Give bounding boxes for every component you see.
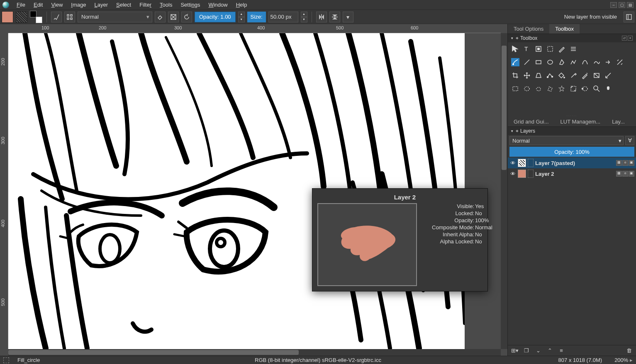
layer-state-icon[interactable] xyxy=(528,159,534,167)
perspective-tool-icon[interactable] xyxy=(534,71,543,80)
menu-tools[interactable]: Tools xyxy=(156,1,176,9)
layer-thumbnail[interactable] xyxy=(518,170,526,178)
dyna-brush-icon[interactable] xyxy=(604,58,612,66)
brush-size-input[interactable] xyxy=(268,12,298,22)
tab-toolbox[interactable]: Toolbox xyxy=(549,24,580,34)
brush-tool-icon[interactable] xyxy=(511,58,519,66)
menu-image[interactable]: Image xyxy=(67,1,90,9)
tab-tool-options[interactable]: Tool Options xyxy=(508,24,549,34)
maximize-button[interactable]: ▢ xyxy=(619,2,625,8)
ruler-horizontal[interactable]: 100 200 300 400 500 600 xyxy=(8,24,501,33)
rect-select-icon[interactable] xyxy=(511,85,519,93)
tab-layers-short[interactable]: Lay... xyxy=(606,117,631,126)
v-scroll-thumb[interactable] xyxy=(502,46,507,170)
delete-layer-button[interactable]: 🗑 xyxy=(625,347,633,354)
opacity-slider[interactable]: Opacity: 1.00 xyxy=(195,12,236,22)
calligraphy-icon[interactable] xyxy=(569,45,578,53)
move-tool-icon[interactable] xyxy=(511,45,519,53)
rectangle-tool-icon[interactable] xyxy=(534,58,543,66)
layer-state-icon[interactable] xyxy=(528,170,534,178)
minimize-button[interactable]: – xyxy=(610,2,617,8)
menu-window[interactable]: Window xyxy=(204,1,231,9)
menu-select[interactable]: Select xyxy=(112,1,135,9)
move-layer-up-button[interactable]: ⌃ xyxy=(546,347,553,354)
close-docker-icon[interactable]: × xyxy=(628,36,633,41)
layer-filter-button[interactable]: ∀ xyxy=(625,136,634,145)
selection-indicator-icon[interactable] xyxy=(3,357,9,363)
ruler-vertical[interactable]: 200 300 400 500 xyxy=(0,33,8,349)
menu-settings[interactable]: Settings xyxy=(176,1,204,9)
layer-lock-icons[interactable]: ▦α▣ xyxy=(616,171,634,177)
size-spinner[interactable]: ▲▼ xyxy=(301,12,307,22)
vertical-scrollbar[interactable] xyxy=(501,33,507,349)
similar-select-icon[interactable] xyxy=(569,85,578,93)
freehand-path-icon[interactable] xyxy=(592,58,601,66)
move-layer-down-button[interactable]: ⌄ xyxy=(534,347,542,354)
polygonal-select-icon[interactable] xyxy=(546,85,554,93)
crop-tool-icon[interactable] xyxy=(511,71,519,80)
tab-lut[interactable]: LUT Managem... xyxy=(555,117,607,126)
polygon-tool-icon[interactable] xyxy=(558,58,566,66)
layer-thumbnail[interactable] xyxy=(518,159,526,167)
horizontal-scrollbar[interactable] xyxy=(8,349,501,356)
edit-shapes-icon[interactable] xyxy=(558,45,566,53)
menu-view[interactable]: View xyxy=(47,1,67,9)
layer-properties-button[interactable]: ≡ xyxy=(558,347,565,354)
polyline-tool-icon[interactable] xyxy=(569,58,578,66)
toolbox-header[interactable]: ⌖Toolbox ▱× xyxy=(508,34,636,42)
transform-tool-icon[interactable]: T xyxy=(523,45,531,53)
menu-file[interactable]: File xyxy=(12,1,29,9)
visibility-toggle-icon[interactable]: 👁 xyxy=(509,160,516,166)
menu-filter[interactable]: Filter xyxy=(135,1,156,9)
contiguous-select-icon[interactable] xyxy=(558,85,566,93)
smart-fill-icon[interactable] xyxy=(581,71,589,80)
menu-edit[interactable]: Edit xyxy=(29,1,47,9)
ellipse-tool-icon[interactable] xyxy=(546,58,554,66)
layer-name[interactable]: Layer 7(pasted) xyxy=(535,160,614,166)
eraser-toggle[interactable] xyxy=(155,12,166,22)
brush-preset-button[interactable] xyxy=(51,12,62,22)
text-tool-icon[interactable] xyxy=(546,45,554,53)
bezier-select-icon[interactable] xyxy=(581,85,589,93)
crop-frame-icon[interactable] xyxy=(534,45,543,53)
status-zoom[interactable]: 200% xyxy=(614,357,633,363)
line-tool-icon[interactable] xyxy=(523,58,531,66)
measure-tool-icon[interactable] xyxy=(604,71,612,80)
layer-row-0[interactable]: 👁 Layer 7(pasted) ▦α▣ xyxy=(508,158,636,168)
ellipse-select-icon[interactable] xyxy=(523,85,531,93)
deform-tool-icon[interactable] xyxy=(546,71,554,80)
layer-name[interactable]: Layer 2 xyxy=(535,171,614,177)
tab-grid-guides[interactable]: Grid and Gui... xyxy=(508,117,555,126)
move-layer-icon[interactable] xyxy=(523,71,531,80)
h-scroll-thumb[interactable] xyxy=(8,350,299,355)
menu-help[interactable]: Help xyxy=(232,1,251,9)
gradient-tool-icon[interactable] xyxy=(592,71,601,80)
workspace-button[interactable]: ▤ xyxy=(627,2,634,8)
layers-header[interactable]: ⌖Layers xyxy=(508,127,636,135)
mirror-horizontal-button[interactable] xyxy=(316,12,327,22)
float-docker-icon[interactable]: ▱ xyxy=(622,36,627,41)
wrap-around-button[interactable]: ▾ xyxy=(343,12,353,22)
layer-opacity-slider[interactable]: Opacity: 100% xyxy=(509,147,634,157)
reload-brush-button[interactable] xyxy=(181,12,192,22)
add-layer-button[interactable]: ⊞▾ xyxy=(511,347,519,354)
workspace-chooser-button[interactable] xyxy=(624,12,634,22)
opacity-spinner[interactable]: ▲▼ xyxy=(238,12,245,22)
color-picker-icon[interactable] xyxy=(569,71,578,80)
brush-editor-button[interactable] xyxy=(64,12,75,22)
layer-lock-icons[interactable]: ▦α▣ xyxy=(616,160,634,166)
multi-brush-icon[interactable] xyxy=(616,58,624,66)
pattern-swatch[interactable] xyxy=(16,11,27,23)
layer-blend-dropdown[interactable]: Normal xyxy=(509,136,624,145)
blend-mode-dropdown[interactable]: Normal xyxy=(78,12,152,22)
visibility-toggle-icon[interactable]: 👁 xyxy=(509,171,516,177)
alpha-lock-toggle[interactable] xyxy=(168,12,179,22)
layer-row-1[interactable]: 👁 Layer 2 ▦α▣ xyxy=(508,168,636,179)
mirror-vertical-button[interactable] xyxy=(329,12,340,22)
pan-tool-icon[interactable] xyxy=(604,85,612,93)
bezier-tool-icon[interactable] xyxy=(581,58,589,66)
freehand-select-icon[interactable] xyxy=(534,85,543,93)
fill-tool-icon[interactable] xyxy=(558,71,566,80)
menu-layer[interactable]: Layer xyxy=(90,1,112,9)
zoom-tool-icon[interactable] xyxy=(592,85,601,93)
